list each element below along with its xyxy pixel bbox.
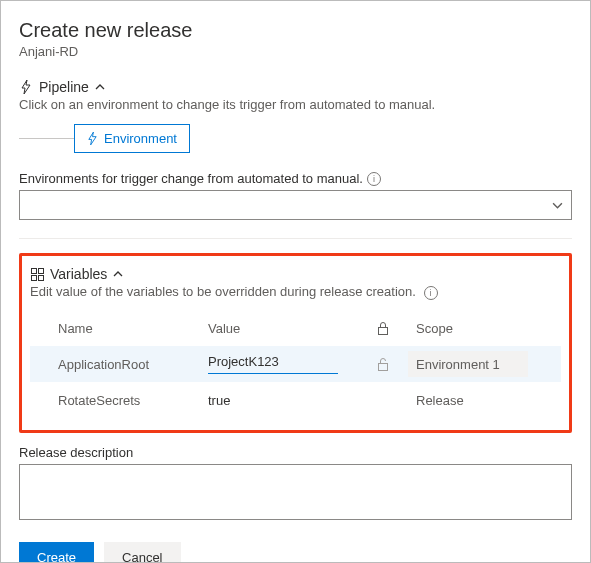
create-button[interactable]: Create [19, 542, 94, 563]
page-title: Create new release [19, 19, 572, 42]
table-row[interactable]: ApplicationRoot ProjectK123 Environment … [30, 346, 561, 382]
svg-rect-5 [379, 363, 388, 370]
table-row[interactable]: RotateSecrets true Release [30, 382, 561, 418]
var-scope[interactable]: Environment 1 [408, 351, 528, 377]
pipeline-connector [19, 138, 74, 139]
var-value-input[interactable]: true [208, 393, 358, 408]
action-bar: Create Cancel [19, 542, 572, 563]
section-divider [19, 238, 572, 239]
chevron-up-icon [113, 269, 123, 279]
chevron-down-icon [552, 200, 563, 211]
variables-section-label: Variables [50, 266, 107, 282]
svg-rect-3 [38, 275, 43, 280]
pipeline-section-header[interactable]: Pipeline [19, 79, 572, 95]
env-select-label: Environments for trigger change from aut… [19, 171, 572, 186]
col-value: Value [208, 321, 358, 336]
table-header-row: Name Value Scope [30, 310, 561, 346]
lightning-icon [19, 80, 33, 94]
release-description-input[interactable] [19, 464, 572, 520]
lightning-icon [87, 132, 98, 145]
info-icon[interactable]: i [367, 172, 381, 186]
pipeline-section-label: Pipeline [39, 79, 89, 95]
variables-table: Name Value Scope ApplicationRoot Project… [30, 310, 561, 418]
col-scope: Scope [408, 321, 561, 336]
var-value-input[interactable]: ProjectK123 [208, 354, 338, 374]
var-scope: Release [408, 393, 561, 408]
var-name: ApplicationRoot [58, 357, 208, 372]
lock-icon [377, 322, 389, 335]
grid-icon [30, 267, 44, 281]
svg-rect-0 [31, 268, 36, 273]
col-name: Name [58, 321, 208, 336]
svg-rect-1 [38, 268, 43, 273]
lock-button[interactable] [358, 358, 408, 371]
unlock-icon [377, 358, 389, 371]
variables-section-header[interactable]: Variables [30, 266, 561, 282]
pipeline-name: Anjani-RD [19, 44, 572, 59]
variables-section: Variables Edit value of the variables to… [19, 253, 572, 433]
info-icon[interactable]: i [424, 286, 438, 300]
pipeline-description: Click on an environment to change its tr… [19, 97, 572, 112]
col-lock [358, 322, 408, 335]
svg-rect-4 [379, 327, 388, 334]
environment-select[interactable] [19, 190, 572, 220]
release-description-label: Release description [19, 445, 572, 460]
environment-stage[interactable]: Environment [74, 124, 190, 153]
environment-stage-label: Environment [104, 131, 177, 146]
variables-description: Edit value of the variables to be overri… [30, 284, 561, 300]
var-name: RotateSecrets [58, 393, 208, 408]
svg-rect-2 [31, 275, 36, 280]
cancel-button[interactable]: Cancel [104, 542, 180, 563]
chevron-up-icon [95, 82, 105, 92]
pipeline-visual: Environment [19, 124, 572, 153]
